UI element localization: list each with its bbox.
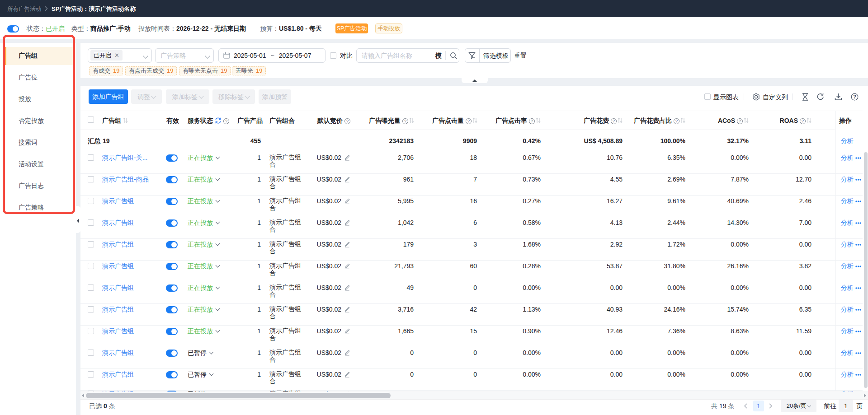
svg-text:?: ? xyxy=(853,94,856,99)
